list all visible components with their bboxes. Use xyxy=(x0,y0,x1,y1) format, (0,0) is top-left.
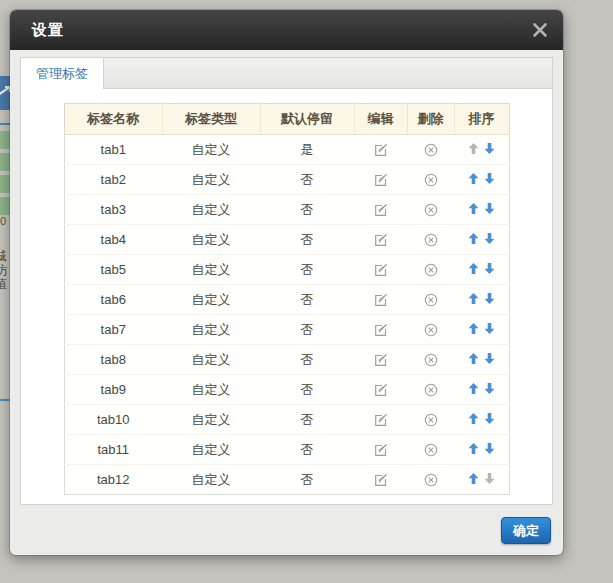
delete-icon[interactable] xyxy=(424,293,438,307)
tag-name-cell: tab4 xyxy=(64,225,162,255)
edit-icon[interactable] xyxy=(374,473,388,487)
delete-icon[interactable] xyxy=(424,473,438,487)
sort-controls xyxy=(468,443,495,454)
default-stay-cell: 否 xyxy=(260,435,354,465)
confirm-button[interactable]: 确定 xyxy=(501,517,551,544)
delete-icon[interactable] xyxy=(424,233,438,247)
sort-down-icon[interactable] xyxy=(484,293,495,304)
tag-type-cell: 自定义 xyxy=(162,135,260,165)
sort-down-icon[interactable] xyxy=(484,143,495,154)
sort-up-icon[interactable] xyxy=(468,473,479,484)
sort-controls xyxy=(468,413,495,424)
sort-controls xyxy=(468,293,495,304)
background-page-strip: 0 城 /访 值 xyxy=(0,0,10,583)
sort-down-icon[interactable] xyxy=(484,263,495,274)
sort-up-icon[interactable] xyxy=(468,383,479,394)
close-icon[interactable] xyxy=(532,22,548,38)
tab-manage-tags[interactable]: 管理标签 xyxy=(21,58,104,89)
sort-up-icon[interactable] xyxy=(468,353,479,364)
sort-controls xyxy=(468,233,495,244)
sort-up-icon[interactable] xyxy=(468,293,479,304)
sort-controls xyxy=(468,353,495,364)
edit-icon[interactable] xyxy=(374,443,388,457)
table-row: tab8 自定义 否 xyxy=(64,345,509,375)
delete-icon[interactable] xyxy=(424,143,438,157)
delete-icon[interactable] xyxy=(424,413,438,427)
sort-down-icon[interactable] xyxy=(484,413,495,424)
edit-icon[interactable] xyxy=(374,383,388,397)
edit-icon[interactable] xyxy=(374,293,388,307)
delete-icon[interactable] xyxy=(424,443,438,457)
background-divider-fragment xyxy=(0,123,10,125)
delete-icon[interactable] xyxy=(424,323,438,337)
background-text-fragment: 0 xyxy=(0,214,6,228)
sort-down-icon[interactable] xyxy=(484,203,495,214)
default-stay-cell: 否 xyxy=(260,345,354,375)
tag-type-cell: 自定义 xyxy=(162,345,260,375)
sort-up-icon[interactable] xyxy=(468,203,479,214)
tag-name-cell: tab1 xyxy=(64,135,162,165)
sort-up-icon[interactable] xyxy=(468,143,479,154)
table-row: tab1 自定义 是 xyxy=(64,135,509,165)
sort-down-icon[interactable] xyxy=(484,353,495,364)
edit-icon[interactable] xyxy=(374,353,388,367)
tag-name-cell: tab6 xyxy=(64,285,162,315)
default-stay-cell: 是 xyxy=(260,135,354,165)
edit-icon[interactable] xyxy=(374,413,388,427)
edit-icon[interactable] xyxy=(374,173,388,187)
sort-down-icon[interactable] xyxy=(484,233,495,244)
delete-icon[interactable] xyxy=(424,203,438,217)
table-row: tab5 自定义 否 xyxy=(64,255,509,285)
dialog-titlebar: 设置 xyxy=(10,10,563,50)
delete-icon[interactable] xyxy=(424,383,438,397)
tag-name-cell: tab10 xyxy=(64,405,162,435)
column-header: 标签名称 xyxy=(64,104,162,135)
tab-strip: 管理标签 xyxy=(21,58,552,89)
edit-icon[interactable] xyxy=(374,263,388,277)
table-row: tab7 自定义 否 xyxy=(64,315,509,345)
sort-controls xyxy=(468,323,495,334)
sort-down-icon[interactable] xyxy=(484,383,495,394)
tag-type-cell: 自定义 xyxy=(162,165,260,195)
sort-down-icon[interactable] xyxy=(484,173,495,184)
edit-icon[interactable] xyxy=(374,143,388,157)
background-green-bar xyxy=(0,175,10,193)
sort-controls xyxy=(468,263,495,274)
edit-icon[interactable] xyxy=(374,233,388,247)
background-green-bar xyxy=(0,153,10,171)
sort-up-icon[interactable] xyxy=(468,173,479,184)
tag-type-cell: 自定义 xyxy=(162,375,260,405)
sort-down-icon[interactable] xyxy=(484,443,495,454)
sort-controls xyxy=(468,203,495,214)
background-text-fragment: /访 xyxy=(0,263,7,277)
background-text-fragment: 城 xyxy=(0,249,6,263)
background-text-fragment: 值 xyxy=(0,277,7,291)
tag-type-cell: 自定义 xyxy=(162,285,260,315)
table-row: tab3 自定义 否 xyxy=(64,195,509,225)
sort-up-icon[interactable] xyxy=(468,413,479,424)
background-green-bar xyxy=(0,131,10,149)
sort-up-icon[interactable] xyxy=(468,263,479,274)
delete-icon[interactable] xyxy=(424,263,438,277)
tag-type-cell: 自定义 xyxy=(162,255,260,285)
tag-type-cell: 自定义 xyxy=(162,405,260,435)
delete-icon[interactable] xyxy=(424,353,438,367)
column-header: 编辑 xyxy=(354,104,407,135)
sort-down-icon[interactable] xyxy=(484,323,495,334)
tag-name-cell: tab2 xyxy=(64,165,162,195)
tag-name-cell: tab11 xyxy=(64,435,162,465)
edit-icon[interactable] xyxy=(374,203,388,217)
sort-up-icon[interactable] xyxy=(468,443,479,454)
delete-icon[interactable] xyxy=(424,173,438,187)
tag-name-cell: tab9 xyxy=(64,375,162,405)
sort-up-icon[interactable] xyxy=(468,233,479,244)
tag-name-cell: tab8 xyxy=(64,345,162,375)
default-stay-cell: 否 xyxy=(260,375,354,405)
edit-icon[interactable] xyxy=(374,323,388,337)
sort-controls xyxy=(468,173,495,184)
dialog-footer: 确定 xyxy=(10,505,563,555)
sort-down-icon[interactable] xyxy=(484,473,495,484)
sort-up-icon[interactable] xyxy=(468,323,479,334)
sort-controls xyxy=(468,383,495,394)
dialog-body: 管理标签 标签名称标签类型默认停留编辑删除排序 tab1 自定义 是 xyxy=(10,50,563,505)
